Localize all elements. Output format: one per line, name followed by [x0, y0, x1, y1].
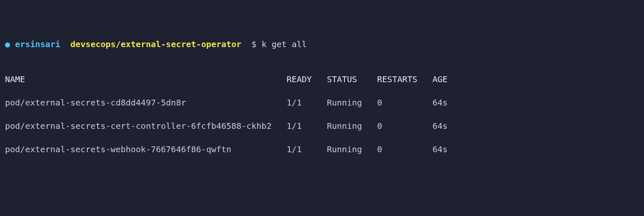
table-row: pod/external-secrets-cert-controller-6fc…	[5, 120, 639, 132]
services-header: NAME TYPE CLUSTER-IP EXTERNAL-IP PORT(S)…	[5, 213, 639, 216]
pods-block: NAME READY STATUS RESTARTS AGE pod/exter…	[5, 62, 639, 167]
spacer	[5, 178, 639, 190]
prompt-user: ersinsari	[15, 39, 60, 49]
prompt-symbol: $	[251, 39, 256, 49]
table-row: pod/external-secrets-cd8dd4497-5dn8r 1/1…	[5, 97, 639, 108]
services-block: NAME TYPE CLUSTER-IP EXTERNAL-IP PORT(S)…	[5, 202, 639, 216]
command-input[interactable]: k get all	[261, 39, 307, 49]
prompt-bullet: ●	[5, 39, 10, 49]
prompt-path: devsecops/external-secret-operator	[71, 39, 241, 49]
prompt-line: ● ersinsari devsecops/external-secret-op…	[5, 38, 639, 50]
table-row: pod/external-secrets-webhook-7667646f86-…	[5, 143, 639, 155]
pods-header: NAME READY STATUS RESTARTS AGE	[5, 73, 639, 85]
